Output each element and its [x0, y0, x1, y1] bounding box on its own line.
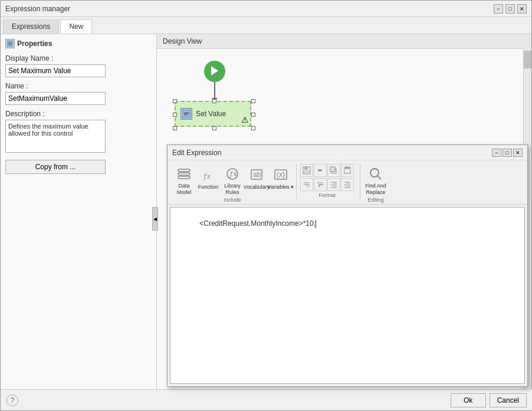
properties-icon [5, 39, 15, 48]
properties-title: Properties [17, 40, 52, 48]
format-row-1: ✂ [300, 164, 354, 177]
title-bar: Expression manager − □ ✕ [1, 1, 531, 17]
expression-editor[interactable]: <CreditRequest.MonthlyIncome>*10; [170, 207, 525, 384]
tab-expressions[interactable]: Expressions [3, 19, 59, 34]
handle-tc [212, 99, 216, 103]
flow-start-node [204, 61, 225, 82]
handle-br [251, 126, 255, 130]
svg-text:ƒx: ƒx [203, 172, 211, 180]
close-button[interactable]: ✕ [517, 4, 527, 14]
copy-button[interactable] [327, 164, 340, 177]
library-rules-button[interactable]: ƒx LibraryRules [221, 164, 244, 196]
dialog-title-buttons: − □ ✕ [492, 149, 523, 157]
copy-from-button[interactable]: Copy from ... [5, 160, 106, 174]
separator-2 [360, 164, 360, 199]
flow-connector-line [214, 82, 215, 100]
format-group: ✂ [300, 164, 354, 198]
cursor [316, 220, 316, 228]
indent-button[interactable] [327, 178, 340, 191]
bottom-bar: ? Ok Cancel [1, 389, 532, 410]
ok-button[interactable]: Ok [451, 393, 486, 407]
dialog-close-button[interactable]: ✕ [513, 149, 523, 157]
minimize-button[interactable]: − [494, 4, 503, 14]
handle-tl [173, 99, 177, 103]
vocabulary-label: Vocabulary [244, 184, 270, 190]
window-title: Expression manager [5, 5, 494, 13]
editing-group: Find AndReplace Editing [364, 164, 387, 203]
include-buttons: DataModel ƒx Function [172, 164, 293, 196]
title-bar-controls: − □ ✕ [494, 4, 527, 14]
dialog-maximize-button[interactable]: □ [503, 149, 512, 157]
scrollbar-thumb[interactable] [524, 51, 531, 68]
svg-rect-22 [330, 167, 335, 172]
dialog-title-bar: Edit Expression − □ ✕ [168, 145, 527, 160]
paste-button[interactable] [341, 164, 354, 177]
handle-bl [173, 126, 177, 130]
find-replace-button[interactable]: Find AndReplace [364, 164, 387, 196]
help-button[interactable]: ? [6, 394, 18, 406]
format-group-label: Format [318, 192, 336, 198]
edit-expression-dialog: Edit Expression − □ ✕ [167, 144, 528, 387]
svg-marker-29 [331, 184, 332, 186]
tab-new[interactable]: New [60, 19, 92, 34]
save-button[interactable] [300, 164, 313, 177]
vocabulary-button[interactable]: ab Vocabulary [245, 164, 268, 196]
function-button[interactable]: ƒx Function [196, 164, 220, 196]
set-value-node-icon [180, 108, 192, 120]
description-input[interactable]: Defines the maximum value allowed for th… [5, 120, 106, 153]
main-window: Expression manager − □ ✕ Expressions New [0, 0, 532, 411]
vocabulary-icon: ab [248, 166, 265, 183]
svg-line-36 [377, 176, 381, 179]
set-value-node-label: Set Value [196, 110, 226, 118]
display-name-input[interactable] [5, 64, 106, 77]
format-row-2 [300, 178, 354, 191]
handle-tr [251, 99, 255, 103]
name-label: Name : [5, 82, 152, 90]
svg-rect-9 [178, 173, 190, 175]
svg-rect-20 [304, 170, 310, 174]
svg-marker-34 [344, 184, 346, 186]
maximize-button[interactable]: □ [505, 4, 515, 14]
variables-label: Variables ▾ [268, 184, 294, 190]
dialog-title: Edit Expression [172, 149, 492, 157]
editing-group-label: Editing [367, 197, 384, 203]
svg-rect-24 [346, 167, 349, 169]
properties-header: Properties [5, 39, 152, 48]
svg-rect-10 [178, 176, 190, 179]
cancel-button[interactable]: Cancel [490, 393, 527, 407]
format-wrap1-button[interactable] [300, 178, 313, 191]
svg-rect-19 [304, 167, 308, 170]
panel-collapse-handle[interactable]: ◀ [152, 207, 158, 231]
set-value-node[interactable]: Set Value ⚠ [175, 101, 251, 127]
svg-text:ab: ab [253, 170, 261, 179]
include-group: DataModel ƒx Function [172, 164, 293, 203]
find-replace-icon [367, 166, 384, 182]
handle-mr [251, 113, 255, 117]
format-wrap2-button[interactable] [314, 178, 327, 191]
function-label: Function [198, 184, 219, 190]
expression-content: <CreditRequest.MonthlyIncome>*10; [199, 219, 316, 228]
data-model-button[interactable]: DataModel [172, 164, 196, 196]
tab-bar: Expressions New [1, 17, 531, 34]
outdent-button[interactable] [341, 178, 354, 191]
svg-text:ƒx: ƒx [229, 170, 237, 178]
dialog-minimize-button[interactable]: − [492, 149, 501, 157]
editing-buttons: Find AndReplace [364, 164, 387, 196]
svg-rect-8 [178, 169, 190, 172]
toolbar: DataModel ƒx Function [168, 160, 527, 205]
svg-text:(x): (x) [277, 170, 285, 179]
svg-point-35 [370, 169, 379, 177]
find-replace-label: Find AndReplace [365, 183, 386, 196]
cut-button[interactable]: ✂ [314, 164, 327, 177]
data-model-label: DataModel [177, 183, 192, 196]
left-panel: Properties Display Name : Name : Descrip… [1, 34, 157, 390]
data-model-icon [176, 166, 192, 182]
handle-bc [212, 126, 216, 130]
description-label: Description : [5, 110, 152, 118]
name-input[interactable] [5, 92, 106, 105]
warning-icon: ⚠ [241, 115, 249, 124]
variables-button[interactable]: (x) Variables ▾ [269, 164, 293, 196]
variables-icon: (x) [272, 166, 289, 183]
function-icon: ƒx [200, 166, 216, 183]
handle-ml [173, 113, 177, 117]
